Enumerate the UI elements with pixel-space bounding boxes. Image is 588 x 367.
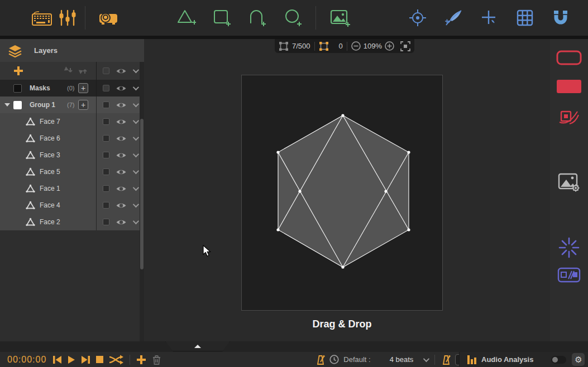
beats-dropdown-chevron-icon[interactable] (423, 355, 429, 361)
audio-settings-button[interactable]: ⚙ (572, 353, 585, 366)
layers-panel-header: Layers (0, 39, 144, 62)
add-arch-button[interactable] (245, 5, 270, 31)
media-settings-button[interactable] (554, 172, 584, 193)
delete-sequence-button[interactable] (149, 355, 164, 365)
face-eye-icon[interactable] (116, 219, 127, 226)
masks-chevron-icon[interactable] (133, 84, 139, 90)
group-chevron-icon[interactable] (133, 101, 139, 107)
add-quad-button[interactable] (209, 5, 235, 31)
group-eye-icon[interactable] (116, 102, 127, 109)
skip-forward-button[interactable] (78, 355, 93, 364)
face-checkbox[interactable] (103, 202, 109, 209)
stop-button[interactable] (93, 356, 106, 363)
panel-divider (96, 163, 97, 180)
zoom-in-button[interactable] (385, 41, 394, 51)
face-checkbox[interactable] (103, 135, 109, 142)
panel-divider (96, 197, 97, 214)
play-button[interactable] (65, 355, 78, 364)
masks-checkbox[interactable] (103, 85, 109, 91)
shape-animation-button[interactable] (554, 107, 584, 126)
face-eye-icon[interactable] (116, 152, 127, 159)
grid-snap-button[interactable] (512, 5, 538, 31)
group-color-swatch[interactable] (13, 101, 22, 109)
expand-all-chevron-icon[interactable] (133, 67, 139, 73)
face-label: Face 1 (40, 185, 60, 192)
magnet-snap-button[interactable] (548, 5, 573, 31)
audio-analysis-section: Audio Analysis ⚙ (459, 352, 588, 367)
add-image-button[interactable] (327, 5, 353, 31)
beat-preset-control[interactable]: Default : 4 beats (316, 354, 428, 365)
keyboard-shortcuts-button[interactable] (29, 5, 55, 31)
face-eye-icon[interactable] (116, 202, 127, 209)
add-mask-button[interactable]: + (78, 83, 88, 93)
face-checkbox[interactable] (103, 152, 109, 158)
select-all-checkbox[interactable] (103, 67, 109, 74)
add-circle-button[interactable] (280, 5, 306, 31)
layer-row-face[interactable]: Face 1 (0, 180, 144, 197)
face-chevron-icon[interactable] (133, 168, 139, 174)
face-chevron-icon[interactable] (133, 134, 139, 141)
bottom-divider (434, 355, 435, 365)
bpm-metronome-icon (442, 354, 451, 365)
face-rows-container: Face 7 (0, 113, 144, 230)
zoom-out-button[interactable] (351, 41, 361, 51)
face-eye-icon[interactable] (116, 168, 127, 176)
panel-divider (96, 113, 97, 130)
layer-row-face[interactable]: Face 3 (0, 147, 144, 163)
masks-color-swatch[interactable] (13, 84, 22, 93)
effects-button[interactable] (554, 236, 584, 259)
layer-row-face[interactable]: Face 4 (0, 197, 144, 214)
fit-view-button[interactable] (400, 41, 410, 51)
test-pattern-button[interactable] (405, 5, 431, 31)
transitions-button[interactable] (554, 267, 584, 283)
layer-row-masks[interactable]: Masks (0) + (0, 80, 144, 96)
controls-mapping-button[interactable] (55, 5, 80, 31)
layer-row-group[interactable]: Group 1 (7) + (0, 96, 144, 113)
add-triangle-button[interactable] (173, 5, 199, 31)
face-chevron-icon[interactable] (133, 151, 139, 157)
layers-scrollbar-thumb[interactable] (140, 119, 144, 269)
projection-surface[interactable] (241, 75, 443, 311)
timeline-expand-tab[interactable] (165, 341, 230, 351)
audio-analysis-toggle[interactable] (551, 356, 566, 364)
visibility-all-eye-icon[interactable] (116, 67, 127, 75)
triangle-face-icon (26, 218, 35, 226)
face-eye-icon[interactable] (116, 185, 127, 192)
face-checkbox[interactable] (103, 185, 109, 192)
projection-shape[interactable] (242, 75, 443, 311)
add-point-button[interactable] (476, 5, 502, 31)
bezier-warp-button[interactable] (441, 5, 466, 31)
bottom-divider (130, 355, 130, 365)
layers-scrollbar[interactable] (140, 62, 144, 341)
panel-divider (96, 180, 97, 197)
face-checkbox[interactable] (103, 168, 109, 175)
add-layer-button[interactable] (13, 65, 24, 76)
face-eye-icon[interactable] (116, 118, 127, 125)
face-chevron-icon[interactable] (133, 185, 139, 191)
outline-style-button[interactable] (554, 50, 584, 65)
face-checkbox[interactable] (103, 118, 109, 125)
add-face-button[interactable]: + (78, 100, 88, 110)
add-sequence-button[interactable] (133, 355, 149, 365)
group-expand-caret-icon[interactable] (4, 103, 10, 107)
shuffle-button[interactable] (106, 355, 126, 365)
masks-eye-icon[interactable] (116, 85, 127, 92)
face-chevron-icon[interactable] (133, 201, 139, 207)
layer-row-face[interactable]: Face 7 (0, 113, 144, 130)
fill-style-button[interactable] (554, 79, 584, 94)
mapping-canvas[interactable]: 7/500 0 109% (144, 39, 550, 341)
group-checkbox[interactable] (103, 102, 109, 108)
triangle-face-icon (26, 201, 35, 210)
face-chevron-icon[interactable] (133, 218, 139, 224)
stop-icon (96, 356, 103, 363)
move-layer-up-icon[interactable] (78, 66, 89, 75)
move-layer-down-icon[interactable] (63, 66, 74, 75)
face-eye-icon[interactable] (116, 135, 127, 142)
layer-row-face[interactable]: Face 6 (0, 130, 144, 147)
face-chevron-icon[interactable] (133, 118, 139, 124)
output-projector-button[interactable] (95, 5, 121, 31)
face-checkbox[interactable] (103, 219, 109, 225)
layer-row-face[interactable]: Face 2 (0, 214, 144, 230)
skip-back-button[interactable] (50, 355, 65, 364)
layer-row-face[interactable]: Face 5 (0, 163, 144, 180)
